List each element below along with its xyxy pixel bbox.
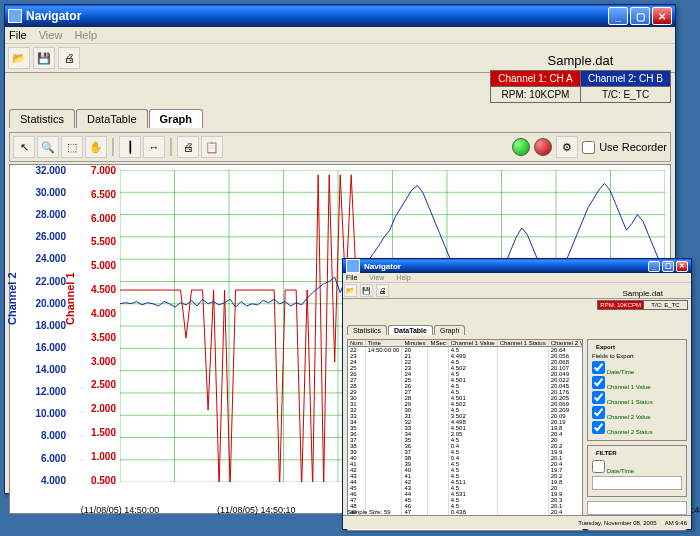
print-chart-icon[interactable]: 🖨 bbox=[177, 136, 199, 158]
titlebar-secondary[interactable]: Navigator _ ▢ ✕ bbox=[343, 259, 691, 273]
close-button[interactable]: ✕ bbox=[652, 7, 672, 25]
data-table[interactable]: NumTimeMinutesMSecChannel 1 ValueChannel… bbox=[347, 339, 583, 531]
status-time: AM 9:46 bbox=[665, 520, 687, 526]
tab-graph[interactable]: Graph bbox=[149, 109, 203, 128]
minimize-button[interactable]: _ bbox=[648, 261, 660, 272]
zoom-in-icon[interactable]: 🔍 bbox=[37, 136, 59, 158]
menu-help[interactable]: Help bbox=[74, 29, 97, 41]
secondary-window: Navigator _ ▢ ✕ File View Help 📂 💾 🖨 Sam… bbox=[342, 258, 692, 530]
menubar: File View Help bbox=[5, 27, 675, 44]
menu-view[interactable]: View bbox=[369, 274, 384, 281]
y2-axis-label: Channel 2 bbox=[6, 272, 18, 325]
filter-input[interactable] bbox=[592, 476, 682, 490]
export-path-input[interactable] bbox=[587, 501, 687, 515]
menu-help[interactable]: Help bbox=[396, 274, 410, 281]
export-field-checkbox[interactable]: Channel 1 Value bbox=[592, 376, 682, 390]
export-sub-legend: Fields to Export bbox=[592, 353, 682, 359]
minimize-button[interactable]: _ bbox=[608, 7, 628, 25]
tab-datatable[interactable]: DataTable bbox=[388, 325, 433, 335]
ruler-icon[interactable]: ↔ bbox=[143, 136, 165, 158]
print-icon[interactable]: 🖨 bbox=[376, 284, 389, 297]
filename-label: Sample.dat bbox=[490, 51, 671, 70]
export-legend: Export bbox=[594, 344, 617, 350]
use-recorder-input[interactable] bbox=[582, 141, 595, 154]
config-icon[interactable]: ⚙ bbox=[556, 136, 578, 158]
app-icon bbox=[8, 9, 22, 23]
filter-datetime-checkbox[interactable]: Date/Time bbox=[592, 460, 682, 474]
tab-bar: Statistics DataTable Graph bbox=[9, 109, 671, 128]
maximize-button[interactable]: ▢ bbox=[662, 261, 674, 272]
ch2-value-cell: T/C: E_TC bbox=[581, 87, 671, 103]
print-icon[interactable]: 🖨 bbox=[58, 47, 80, 69]
file-info-panel-secondary: Sample.dat RPM: 10KCPM T/C: E_TC bbox=[597, 287, 688, 310]
ch1-header-cell: Channel 1: CH A bbox=[491, 71, 581, 87]
save-icon[interactable]: 💾 bbox=[33, 47, 55, 69]
app-icon bbox=[346, 259, 360, 273]
titlebar[interactable]: Navigator _ ▢ ✕ bbox=[5, 5, 675, 27]
ch1-value-cell: RPM: 10KCPM bbox=[598, 301, 644, 310]
y2-ticks: 4.0006.0008.00010.00012.00014.00016.0001… bbox=[24, 165, 66, 513]
status-samples: Sample Size: 59 bbox=[347, 509, 391, 515]
filter-legend: FILTER bbox=[594, 450, 619, 456]
pan-icon[interactable]: ✋ bbox=[85, 136, 107, 158]
export-field-checkbox[interactable]: Channel 1 Status bbox=[592, 391, 682, 405]
ch2-header-cell: Channel 2: CH B bbox=[581, 71, 671, 87]
save-icon[interactable]: 💾 bbox=[360, 284, 373, 297]
tab-statistics[interactable]: Statistics bbox=[347, 325, 387, 335]
menubar-secondary: File View Help bbox=[343, 273, 691, 283]
copy-chart-icon[interactable]: 📋 bbox=[201, 136, 223, 158]
file-info-panel: Sample.dat Channel 1: CH A Channel 2: CH… bbox=[490, 51, 671, 103]
tab-graph[interactable]: Graph bbox=[434, 325, 465, 335]
graph-toolbar: ↖ 🔍 ⬚ ✋ ┃ ↔ 🖨 📋 ⚙ Use Recorder bbox=[9, 132, 671, 162]
export-field-checkbox[interactable]: Channel 2 Value bbox=[592, 406, 682, 420]
tab-datatable[interactable]: DataTable bbox=[76, 109, 148, 128]
statusbar: Tuesday, November 08, 2005 AM 9:46 bbox=[343, 515, 691, 529]
y1-ticks: 0.5001.0001.5002.0002.5003.0003.5004.000… bbox=[80, 165, 116, 513]
ch1-value-cell: RPM: 10KCPM bbox=[491, 87, 581, 103]
menu-file[interactable]: File bbox=[9, 29, 27, 41]
menu-file[interactable]: File bbox=[346, 274, 357, 281]
zoom-box-icon[interactable]: ⬚ bbox=[61, 136, 83, 158]
window-title: Navigator bbox=[26, 9, 608, 23]
pointer-icon[interactable]: ↖ bbox=[13, 136, 35, 158]
menu-view[interactable]: View bbox=[39, 29, 63, 41]
filename-label: Sample.dat bbox=[597, 287, 688, 300]
stop-button[interactable] bbox=[534, 138, 552, 156]
window-title: Navigator bbox=[364, 262, 648, 271]
open-icon[interactable]: 📂 bbox=[344, 284, 357, 297]
open-icon[interactable]: 📂 bbox=[8, 47, 30, 69]
ch2-value-cell: T/C: E_TC bbox=[644, 301, 688, 310]
export-panel: Export Fields to Export Date/Time Channe… bbox=[587, 339, 687, 531]
cursor-icon[interactable]: ┃ bbox=[119, 136, 141, 158]
start-button[interactable] bbox=[512, 138, 530, 156]
use-recorder-checkbox[interactable]: Use Recorder bbox=[582, 141, 667, 154]
status-date: Tuesday, November 08, 2005 bbox=[578, 520, 656, 526]
tab-statistics[interactable]: Statistics bbox=[9, 109, 75, 128]
export-field-checkbox[interactable]: Channel 2 Status bbox=[592, 421, 682, 435]
maximize-button[interactable]: ▢ bbox=[630, 7, 650, 25]
export-field-checkbox[interactable]: Date/Time bbox=[592, 361, 682, 375]
close-button[interactable]: ✕ bbox=[676, 261, 688, 272]
